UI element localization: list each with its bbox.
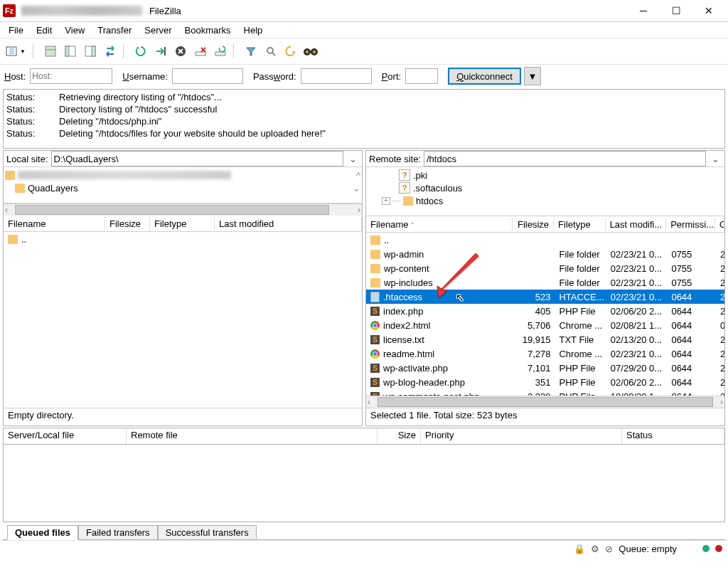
file-owner: 2 bbox=[716, 277, 724, 288]
col-permissions[interactable]: Permissi... bbox=[666, 218, 715, 231]
table-row[interactable]: index2.html5,706Chrome ...02/08/21 1...0… bbox=[366, 318, 724, 332]
local-site-input[interactable] bbox=[51, 151, 343, 166]
username-label: Username: bbox=[122, 71, 168, 82]
menu-transfer[interactable]: Transfer bbox=[92, 23, 137, 37]
remote-list-header[interactable]: Filename˄ Filesize Filetype Last modifi.… bbox=[366, 216, 724, 233]
table-row[interactable]: Slicense.txt19,915TXT File02/13/20 0...0… bbox=[366, 332, 724, 346]
toggle-queue-button[interactable] bbox=[102, 43, 119, 60]
col-owner[interactable]: O bbox=[715, 218, 724, 231]
file-modified: 02/13/20 0... bbox=[606, 334, 668, 345]
file-owner: 2 bbox=[716, 292, 724, 302]
col-filename[interactable]: Filename bbox=[4, 217, 105, 231]
local-file-list[interactable]: .. bbox=[4, 232, 362, 408]
tree-item[interactable]: .pki bbox=[413, 170, 427, 181]
col-modified[interactable]: Last modified bbox=[215, 217, 362, 231]
queue-body[interactable] bbox=[3, 445, 725, 522]
col-filesize[interactable]: Filesize bbox=[513, 218, 554, 231]
col-filename[interactable]: Filename˄ bbox=[366, 218, 513, 231]
menu-server[interactable]: Server bbox=[139, 23, 177, 37]
table-row[interactable]: wp-contentFile folder02/23/21 0...07552 bbox=[366, 261, 724, 275]
close-button[interactable]: ✕ bbox=[692, 0, 725, 21]
tree-item[interactable]: .softaculous bbox=[413, 183, 462, 194]
toggle-log-button[interactable] bbox=[42, 43, 59, 60]
lock-icon[interactable]: 🔒 bbox=[574, 544, 585, 554]
status-label: Status: bbox=[6, 103, 42, 115]
site-manager-button[interactable]: ▼ bbox=[3, 43, 28, 60]
col-priority[interactable]: Priority bbox=[421, 428, 622, 444]
password-input[interactable] bbox=[301, 68, 372, 84]
local-list-header[interactable]: Filename Filesize Filetype Last modified bbox=[4, 216, 362, 232]
table-row[interactable]: wp-adminFile folder02/23/21 0...07552 bbox=[366, 247, 724, 261]
col-remote-file[interactable]: Remote file bbox=[127, 428, 378, 444]
table-row[interactable]: .. bbox=[366, 233, 724, 247]
menu-help[interactable]: Help bbox=[238, 23, 269, 37]
file-modified: 02/06/20 2... bbox=[606, 306, 668, 317]
remote-tree[interactable]: ?.pki ?.softaculous +htdocs bbox=[366, 166, 724, 216]
tab-successful-transfers[interactable]: Successful transfers bbox=[158, 525, 257, 540]
tab-queued-files[interactable]: Queued files bbox=[7, 525, 78, 540]
table-row[interactable]: wp-includesFile folder02/23/21 0...07552 bbox=[366, 275, 724, 290]
col-filetype[interactable]: Filetype bbox=[150, 217, 215, 231]
reconnect-button[interactable] bbox=[212, 43, 229, 60]
col-status[interactable]: Status bbox=[622, 428, 724, 444]
port-input[interactable] bbox=[405, 68, 438, 84]
disconnect-button[interactable] bbox=[192, 43, 209, 60]
search-button[interactable] bbox=[262, 43, 279, 60]
cancel-button[interactable] bbox=[172, 43, 189, 60]
tab-failed-transfers[interactable]: Failed transfers bbox=[78, 525, 158, 540]
col-size[interactable]: Size bbox=[378, 428, 421, 444]
menu-view[interactable]: View bbox=[59, 23, 90, 37]
file-permissions: 0644 bbox=[667, 306, 716, 317]
col-modified[interactable]: Last modifi... bbox=[606, 218, 667, 231]
toggle-local-tree-button[interactable] bbox=[62, 43, 79, 60]
tree-item[interactable]: htdocs bbox=[416, 196, 443, 206]
pass-icon[interactable]: ⊘ bbox=[605, 544, 613, 554]
file-modified: 02/23/21 0... bbox=[606, 249, 668, 260]
menu-file[interactable]: File bbox=[3, 23, 29, 37]
remote-site-dropdown[interactable]: ⌄ bbox=[709, 154, 722, 164]
filter-button[interactable] bbox=[242, 43, 259, 60]
file-permissions: 0755 bbox=[667, 263, 716, 274]
maximize-button[interactable]: ☐ bbox=[660, 0, 692, 21]
remote-site-input[interactable] bbox=[424, 151, 706, 166]
host-input[interactable] bbox=[30, 68, 112, 84]
username-input[interactable] bbox=[172, 68, 243, 84]
file-type: PHP File bbox=[555, 377, 606, 388]
process-queue-button[interactable] bbox=[152, 43, 169, 60]
file-owner: 2 bbox=[716, 249, 724, 260]
folder-icon bbox=[8, 235, 18, 244]
remote-site-label: Remote site: bbox=[369, 154, 421, 164]
toggle-remote-tree-button[interactable] bbox=[82, 43, 99, 60]
col-filesize[interactable]: Filesize bbox=[105, 217, 150, 231]
file-permissions: 0644 bbox=[667, 377, 716, 388]
table-row[interactable]: Sindex.php405PHP File02/06/20 2...06442 bbox=[366, 304, 724, 318]
minimize-button[interactable]: ─ bbox=[627, 0, 660, 21]
menu-bookmarks[interactable]: Bookmarks bbox=[179, 23, 237, 37]
quickconnect-dropdown[interactable]: ▼ bbox=[524, 67, 541, 85]
local-tree-hscroll[interactable]: ‹ › bbox=[4, 203, 362, 216]
parent-dir[interactable]: .. bbox=[21, 234, 26, 245]
tree-folder[interactable]: QuadLayers bbox=[28, 183, 78, 194]
svg-rect-4 bbox=[46, 46, 55, 56]
compare-button[interactable] bbox=[282, 43, 299, 60]
quickconnect-button[interactable]: Quickconnect bbox=[448, 68, 521, 85]
col-filetype[interactable]: Filetype bbox=[554, 218, 606, 231]
remote-file-list[interactable]: ..wp-adminFile folder02/23/21 0...07552w… bbox=[366, 233, 724, 396]
local-site-dropdown[interactable]: ⌄ bbox=[346, 154, 359, 164]
gear-icon[interactable]: ⚙ bbox=[591, 544, 599, 554]
table-row[interactable]: Swp-activate.php7,101PHP File07/29/20 0.… bbox=[366, 361, 724, 375]
refresh-button[interactable] bbox=[132, 43, 149, 60]
local-tree[interactable]: ^ QuadLayers⌄ bbox=[4, 166, 362, 203]
table-row[interactable]: Swp-blog-header.php351PHP File02/06/20 2… bbox=[366, 375, 724, 389]
file-type: File folder bbox=[555, 249, 606, 260]
file-type: HTACCE... bbox=[555, 292, 606, 302]
table-row[interactable]: .htaccess523HTACCE...02/23/21 0...06442 bbox=[366, 290, 724, 304]
remote-list-hscroll[interactable]: ‹ › bbox=[366, 396, 724, 408]
status-log[interactable]: Status:Retrieving directory listing of "… bbox=[3, 89, 725, 149]
table-row[interactable]: Swp-comments-post.php2,328PHP File10/09/… bbox=[366, 389, 724, 396]
binoculars-icon[interactable] bbox=[302, 43, 319, 60]
col-local-file[interactable]: Server/Local file bbox=[4, 428, 127, 444]
table-row[interactable]: readme.html7,278Chrome ...02/23/21 0...0… bbox=[366, 346, 724, 361]
menu-edit[interactable]: Edit bbox=[31, 23, 58, 37]
queue-header[interactable]: Server/Local file Remote file Size Prior… bbox=[3, 428, 725, 445]
